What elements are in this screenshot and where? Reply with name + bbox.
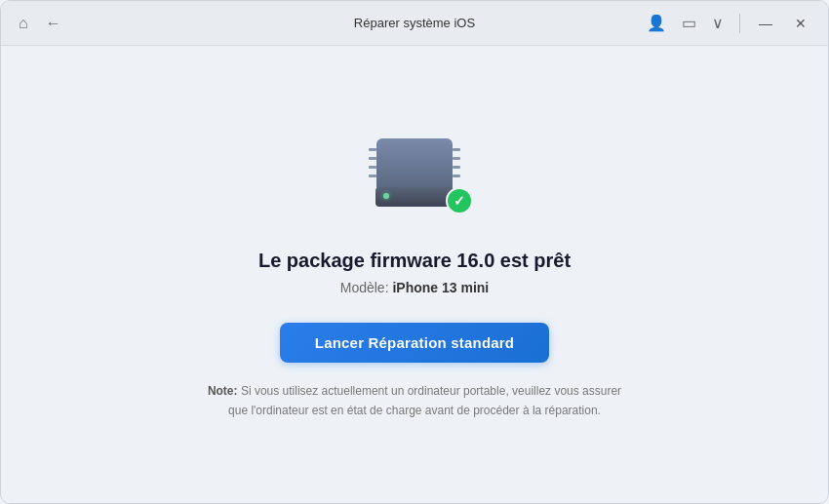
titlebar-divider: [739, 14, 740, 33]
back-icon[interactable]: ←: [42, 13, 65, 34]
chip-pin: [453, 148, 460, 151]
model-value: iPhone 13 mini: [392, 280, 489, 295]
repair-button[interactable]: Lancer Réparation standard: [280, 323, 549, 363]
chip-pin: [453, 174, 460, 177]
check-icon: ✓: [454, 193, 465, 209]
firmware-title: Le package firmware 16.0 est prêt: [258, 250, 571, 272]
close-button[interactable]: ✕: [787, 10, 814, 37]
chip-pin: [369, 174, 376, 177]
titlebar: ⌂ ← Réparer système iOS 👤 ▭ ∨ — ✕: [1, 1, 828, 46]
main-content: ✓ Le package firmware 16.0 est prêt Modè…: [1, 46, 828, 503]
chip-pin: [369, 157, 376, 160]
titlebar-left: ⌂ ←: [15, 13, 65, 34]
account-icon[interactable]: 👤: [643, 12, 670, 34]
chip-pin: [369, 148, 376, 151]
window-title: Réparer système iOS: [354, 16, 475, 30]
chip-base: [375, 187, 454, 207]
chip-pin: [369, 166, 376, 169]
note-content: Si vous utilisez actuellement un ordinat…: [228, 384, 621, 416]
home-icon[interactable]: ⌂: [15, 13, 32, 34]
note-container: Note: Si vous utilisez actuellement un o…: [200, 382, 629, 419]
model-info: Modèle: iPhone 13 mini: [340, 280, 490, 295]
chip-pins-right: [453, 148, 460, 177]
success-check-badge: ✓: [446, 187, 473, 214]
app-window: ⌂ ← Réparer système iOS 👤 ▭ ∨ — ✕: [0, 0, 829, 504]
device-illustration: ✓: [351, 129, 478, 226]
feedback-icon[interactable]: ▭: [678, 12, 700, 34]
chip-pin: [453, 157, 460, 160]
note-label: Note:: [208, 384, 238, 398]
chip-pins-left: [369, 148, 376, 177]
minimize-button[interactable]: —: [752, 10, 779, 37]
chip-pin: [453, 166, 460, 169]
chip-top: [376, 138, 453, 189]
titlebar-right: 👤 ▭ ∨ — ✕: [643, 10, 814, 37]
model-label: Modèle:: [340, 280, 389, 295]
chevron-down-icon[interactable]: ∨: [708, 12, 728, 34]
